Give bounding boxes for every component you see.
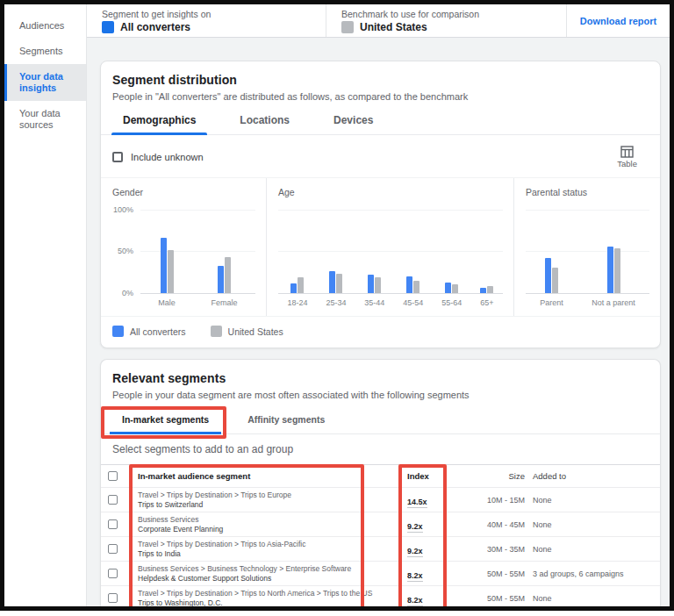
bar-group: 65+: [480, 210, 493, 311]
x-tick-label: Not a parent: [592, 293, 635, 311]
table-row: Business Services Corporate Event Planni…: [101, 512, 660, 536]
sidebar-item-your-data-insights[interactable]: Your data insights: [4, 64, 86, 101]
bar-group: 18-24: [287, 210, 307, 311]
relevant-segments-title: Relevant segments: [112, 371, 646, 385]
table-view-button[interactable]: Table: [617, 146, 649, 168]
segments-table: In-market audience segment Index Size Ad…: [101, 464, 660, 606]
bar-united-states: [225, 257, 231, 293]
tab-affinity-segments[interactable]: Affinity segments: [235, 414, 337, 433]
table-button-label: Table: [617, 159, 637, 168]
index-value: 14.5x: [407, 498, 427, 508]
y-tick-50: 50%: [118, 247, 133, 255]
bar-united-states: [487, 286, 493, 293]
bar-group: 25-34: [326, 210, 346, 311]
row-checkbox[interactable]: [108, 544, 118, 554]
size-value: 50M - 55M: [445, 594, 525, 603]
segment-name: Trips to Switzerland: [138, 500, 385, 510]
bar-group: Female: [212, 210, 238, 311]
row-checkbox[interactable]: [108, 495, 118, 505]
x-tick-label: 45-54: [403, 293, 423, 311]
chart-legend: All converters United States: [101, 316, 660, 347]
segment-distribution-subtitle: People in "All converters" are distribut…: [112, 91, 646, 102]
column-header-index[interactable]: Index: [392, 471, 445, 481]
index-value: 8.2x: [407, 571, 423, 582]
table-row: Travel > Trips by Destination > Trips to…: [101, 487, 660, 512]
index-value: 8.2x: [407, 596, 423, 606]
added-to-value: None: [533, 545, 660, 554]
select-all-checkbox[interactable]: [108, 471, 118, 481]
column-header-segment[interactable]: In-market audience segment: [138, 471, 392, 481]
segment-distribution-title: Segment distribution: [112, 73, 646, 87]
bar-united-states: [552, 268, 558, 293]
row-checkbox[interactable]: [108, 593, 118, 603]
column-header-added-to[interactable]: Added to: [533, 471, 660, 481]
x-tick-label: 65+: [480, 293, 493, 311]
benchmark-selector-value: United States: [360, 21, 427, 33]
age-chart-title: Age: [278, 187, 503, 197]
x-tick-label: 35-44: [364, 293, 384, 311]
sidebar-item-audiences[interactable]: Audiences: [4, 13, 86, 39]
x-tick-label: 25-34: [326, 293, 346, 311]
segment-path: Travel > Trips by Destination > Trips to…: [138, 589, 385, 598]
benchmark-selector-label: Benchmark to use for comparison: [341, 9, 566, 19]
include-unknown-checkbox[interactable]: [112, 152, 123, 162]
segment-selector-label: Segment to get insights on: [102, 9, 326, 19]
tab-in-market-segments-label: In-market segments: [122, 414, 209, 425]
bar-united-states: [413, 281, 419, 293]
gender-chart: Gender 100% 50% 0% MaleFemale: [101, 178, 266, 316]
sidebar-item-your-data-sources[interactable]: Your data sources: [4, 101, 86, 138]
segment-selector-value: All converters: [120, 21, 190, 33]
tab-in-market-segments[interactable]: In-market segments: [110, 414, 221, 433]
size-value: 50M - 55M: [445, 569, 525, 578]
sidebar-item-segments[interactable]: Segments: [4, 39, 86, 64]
index-value: 9.2x: [407, 547, 423, 557]
segment-name: Corporate Event Planning: [138, 525, 385, 534]
segment-selector[interactable]: Segment to get insights on All converter…: [87, 4, 326, 37]
bar-united-states: [336, 274, 342, 293]
column-header-size[interactable]: Size: [445, 471, 525, 481]
gender-y-axis: 100% 50% 0%: [112, 210, 140, 293]
parental-status-chart-title: Parental status: [526, 187, 649, 197]
bar-all-converters: [290, 283, 297, 293]
tab-demographics[interactable]: Demographics: [111, 114, 207, 134]
distribution-tabs: Demographics Locations Devices: [101, 114, 660, 135]
bar-group: 55-64: [441, 210, 462, 311]
bar-group: Male: [158, 210, 176, 311]
tab-locations[interactable]: Locations: [228, 114, 301, 134]
benchmark-selector[interactable]: Benchmark to use for comparison United S…: [326, 4, 566, 37]
age-chart: Age 18-2425-3435-4445-5455-6465+: [266, 178, 513, 316]
relevant-segments-card: Relevant segments People in your data se…: [100, 359, 661, 606]
bar-group: Not a parent: [592, 210, 635, 311]
size-value: 30M - 35M: [445, 545, 525, 554]
segment-name: Helpdesk & Customer Support Solutions: [138, 574, 385, 584]
download-report-button[interactable]: Download report: [580, 16, 656, 26]
legend-swatch-united-states: [211, 326, 222, 337]
segments-table-header: In-market audience segment Index Size Ad…: [101, 464, 660, 487]
bar-all-converters: [218, 266, 224, 293]
bar-all-converters: [545, 258, 551, 293]
bar-all-converters: [368, 275, 374, 293]
parental-status-chart: Parental status ParentNot a parent: [513, 178, 660, 316]
row-checkbox[interactable]: [108, 519, 118, 529]
segment-path: Travel > Trips by Destination > Trips to…: [138, 540, 385, 549]
size-value: 40M - 45M: [445, 520, 525, 529]
added-to-value: None: [533, 594, 660, 603]
bar-group: Parent: [540, 210, 563, 311]
x-tick-label: 55-64: [441, 293, 462, 311]
segment-path: Travel > Trips by Destination > Trips to…: [138, 491, 385, 500]
include-unknown-label: Include unknown: [131, 152, 204, 162]
page-content: Segment distribution People in "All conv…: [87, 38, 670, 606]
tab-devices[interactable]: Devices: [322, 114, 384, 134]
segment-path: Business Services: [138, 515, 385, 525]
select-segments-hint: Select segments to add to an ad group: [101, 434, 660, 464]
x-tick-label: Male: [158, 293, 176, 311]
table-row: Business Services > Business Technology …: [101, 561, 660, 585]
y-tick-0: 0%: [122, 289, 133, 297]
added-to-value: None: [533, 496, 660, 505]
bar-all-converters: [607, 247, 613, 293]
bar-group: 45-54: [403, 210, 423, 311]
benchmark-color-swatch: [341, 21, 354, 33]
x-tick-label: 18-24: [287, 293, 307, 311]
legend-label-united-states: United States: [228, 326, 283, 337]
row-checkbox[interactable]: [108, 569, 118, 578]
